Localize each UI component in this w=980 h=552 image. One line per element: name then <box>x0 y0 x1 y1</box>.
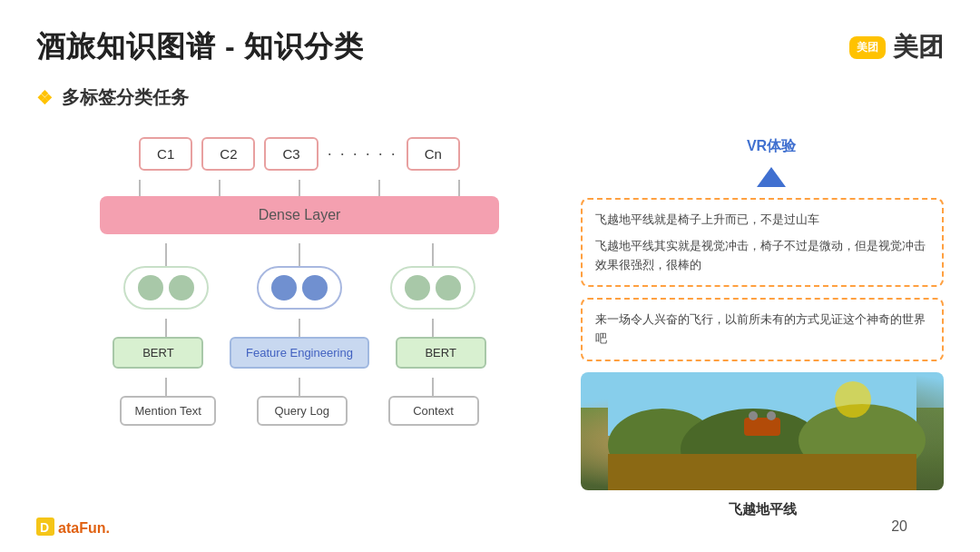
datafun-logo: D ataFun. <box>36 514 145 539</box>
c1-box: C1 <box>139 137 192 171</box>
dense-to-circles-lines <box>100 243 499 266</box>
method-boxes: BERT Feature Engineering BERT <box>100 337 499 369</box>
input-boxes: Mention Text Query Log Context <box>100 396 499 426</box>
text1-line2: 飞越地平线其实就是视觉冲击，椅子不过是微动，但是视觉冲击效果很强烈，很棒的 <box>595 237 929 275</box>
dense-layer: Dense Layer <box>100 196 499 234</box>
svg-point-5 <box>835 381 871 418</box>
subtitle-diamond: ❖ <box>36 87 53 109</box>
circle-m2 <box>302 275 328 301</box>
page-title: 酒旅知识图谱 - 知识分类 <box>36 27 364 67</box>
svg-point-7 <box>749 411 758 420</box>
subtitle: ❖ 多标签分类任务 <box>36 85 944 110</box>
dense-line2 <box>299 243 300 266</box>
svg-rect-4 <box>608 454 916 490</box>
logo-text: 美团 <box>893 30 944 64</box>
circle-r2 <box>436 275 461 301</box>
main-content: C1 C2 C3 · · · · · · Cn Dense Layer <box>36 128 944 552</box>
circles-row <box>100 266 499 310</box>
circle-l1 <box>138 275 163 301</box>
arrow-up-shape <box>757 167 786 187</box>
image-scene <box>581 372 944 490</box>
right-area: VR体验 飞越地平线就是椅子上升而已，不是过山车 飞越地平线其实就是视觉冲击，椅… <box>581 128 944 552</box>
page-number: 20 <box>891 518 907 535</box>
svg-rect-6 <box>744 418 780 436</box>
c3-box: C3 <box>264 137 318 171</box>
circle-group-right <box>390 266 475 310</box>
cn-box: Cn <box>407 137 460 171</box>
header: 酒旅知识图谱 - 知识分类 美团 美团 <box>36 27 944 67</box>
footer: D ataFun. 20 <box>0 514 944 539</box>
datafun-logo-svg: D ataFun. <box>36 514 145 539</box>
vr-label: VR体验 <box>599 137 944 156</box>
c-boxes-row: C1 C2 C3 · · · · · · Cn <box>139 137 460 171</box>
svg-text:D: D <box>40 520 49 535</box>
arrow-up <box>599 167 944 187</box>
c2-box: C2 <box>201 137 255 171</box>
method-to-input-lines <box>100 378 499 396</box>
svg-text:ataFun.: ataFun. <box>58 520 110 536</box>
svg-point-8 <box>767 411 776 420</box>
dense-line3 <box>432 243 434 266</box>
dense-line1 <box>165 243 167 266</box>
dots: · · · · · · <box>328 144 397 163</box>
circle-r1 <box>405 275 430 301</box>
mention-text-box: Mention Text <box>120 396 215 426</box>
circles-to-method-lines <box>100 319 499 337</box>
bert-box-right: BERT <box>396 337 486 369</box>
vr-image <box>581 372 944 490</box>
circle-group-left <box>123 266 209 310</box>
feature-engineering-box: Feature Engineering <box>230 337 369 369</box>
circle-m1 <box>271 275 297 301</box>
slide: 酒旅知识图谱 - 知识分类 美团 美团 ❖ 多标签分类任务 C1 C2 C3 ·… <box>0 0 980 552</box>
text1-line1: 飞越地平线就是椅子上升而已，不是过山车 <box>595 211 929 230</box>
text-box-1: 飞越地平线就是椅子上升而已，不是过山车 飞越地平线其实就是视觉冲击，椅子不过是微… <box>581 198 944 287</box>
logo-badge: 美团 <box>849 36 886 59</box>
circle-group-mid <box>257 266 342 310</box>
query-log-box: Query Log <box>257 396 348 426</box>
text-box-2: 来一场令人兴奋的飞行，以前所未有的方式见证这个神奇的世界吧 <box>581 298 944 361</box>
diagram-area: C1 C2 C3 · · · · · · Cn Dense Layer <box>36 128 563 552</box>
scene-svg <box>581 372 944 490</box>
bert-box-left: BERT <box>113 337 203 369</box>
context-box: Context <box>388 396 479 426</box>
circle-l2 <box>169 275 194 301</box>
logo-area: 美团 美团 <box>849 30 944 64</box>
subtitle-text: 多标签分类任务 <box>62 85 189 110</box>
